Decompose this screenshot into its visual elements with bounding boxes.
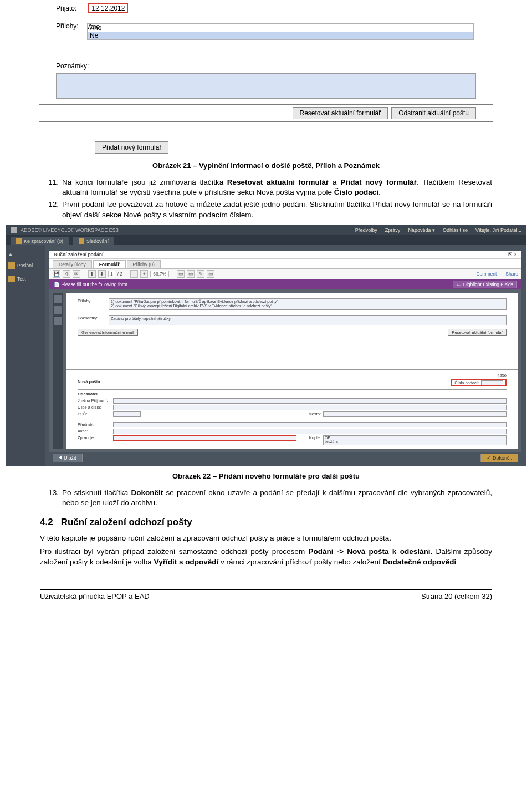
footer-left: Uživatelská příručka EPOP a EAD [40, 592, 150, 600]
jmeno-field[interactable] [113, 398, 507, 404]
highlight-fields-button[interactable]: ▭ Highlight Existing Fields [453, 281, 517, 288]
zoom-in-icon[interactable]: + [140, 270, 148, 278]
print-icon[interactable]: 🖨 [63, 270, 70, 278]
form-info-icon: 📄 [54, 282, 60, 287]
doctab-detaily[interactable]: Detaily úlohy [53, 260, 92, 268]
list-item-13: 13. Po stisknutí tlačítka Dokončit se pr… [40, 488, 492, 508]
mesto-field[interactable] [323, 411, 507, 417]
prilohy-option-ne[interactable]: Ne [88, 32, 473, 39]
prijato-value-highlighted: 12.12.2012 [88, 3, 128, 13]
delete-post-button[interactable]: Odstranit aktuální poštu [391, 107, 476, 119]
zoom-value[interactable]: 66,7% [150, 271, 169, 277]
cube-icon [16, 238, 22, 244]
nav-user: Vítejte, Jiří Podatel... [475, 227, 521, 233]
dokoncit-button[interactable]: ✓Dokončit [480, 454, 518, 462]
tool-icon[interactable]: ▭ [207, 270, 214, 278]
prijato-label: Přijato: [56, 4, 86, 12]
odesilatel-heading: Odesilatel [78, 391, 507, 396]
save-icon[interactable]: 💾 [53, 270, 60, 278]
psc-field[interactable] [113, 411, 141, 417]
nova-posta-title: Nová pošta [78, 379, 100, 386]
cube-icon [79, 238, 84, 244]
adobe-logo-icon [11, 227, 17, 233]
tab-sledovani[interactable]: Sledování [73, 237, 114, 245]
cislo-podaci-highlighted: Číslo podací: [451, 379, 507, 386]
predmet-field[interactable] [113, 422, 507, 427]
reset-form-button[interactable]: Resetovat aktuální formulář [293, 107, 388, 119]
poznamky-label: Poznámky: [56, 62, 89, 70]
share-link[interactable]: Share [505, 271, 518, 277]
product-title: ADOBE® LIVECYCLE® WORKSPACE ES3 [21, 227, 352, 233]
doc-footer-number: 4256 [78, 373, 507, 378]
add-form-button[interactable]: Přidat nový formulář [95, 141, 168, 154]
prilohy-value: Ano [88, 23, 100, 30]
page-footer: Uživatelská příručka EPOP a EAD Strana 2… [40, 589, 492, 600]
thumbnails-icon[interactable] [54, 295, 62, 303]
panel-title: Ruční založení podání [54, 252, 103, 257]
section-4-2-heading: 4.2Ruční založení odchozí pošty [40, 517, 492, 528]
prilohy-label: Přílohy: [56, 22, 86, 30]
bookmarks-icon[interactable] [54, 317, 62, 325]
expand-icon[interactable]: ⇱ [508, 252, 513, 257]
nav-predvolby[interactable]: Předvolby [355, 227, 377, 233]
ulice-field[interactable] [113, 405, 507, 410]
ulozit-button[interactable]: Uložit [53, 454, 83, 462]
comment-link[interactable]: Comment [476, 271, 497, 277]
list-item-11: 11. Na konci formuláře jsou již zmiňovan… [40, 177, 492, 197]
list-item-12: 12. První podání lze považovat za hotové… [40, 200, 492, 220]
para-2: Pro ilustraci byl vybrán případ založení… [40, 547, 492, 567]
reset-form-button-doc[interactable]: Resetovat aktuální formulář [448, 329, 507, 336]
pdf-page: Přílohy: 1) dokument "Příručka pro připo… [66, 293, 518, 449]
nav-napoveda[interactable]: Nápověda ▾ [408, 227, 435, 233]
infobar-msg: Please fill out the following form. [61, 282, 129, 287]
folder-icon [8, 276, 15, 282]
kopie-field[interactable]: OP brožúra [323, 435, 507, 445]
mail-icon[interactable]: ✉ [73, 270, 80, 278]
figure-22-caption: Obrázek 22 – Přidání nového formuláře pr… [40, 472, 492, 480]
doctab-formular[interactable]: Formulář [93, 260, 126, 268]
pdf-side-panel [53, 293, 63, 449]
page-up-icon[interactable]: ⬆ [88, 270, 96, 278]
sidebar-item-poslani[interactable]: Poslání [8, 262, 43, 269]
nav-zpravy[interactable]: Zprávy [385, 227, 401, 233]
page-total: / 2 [117, 271, 122, 277]
footer-right: Strana 20 (celkem 32) [421, 592, 492, 600]
gen-email-button[interactable]: Generovat informační e-mail [78, 329, 138, 336]
attachments-icon[interactable] [54, 306, 62, 314]
cislo-podaci-field[interactable] [481, 380, 503, 385]
doc-prilohy-field[interactable]: 1) dokument "Příručka pro připomínkování… [109, 298, 507, 310]
folder-icon [8, 262, 15, 269]
sign-icon[interactable]: ✎ [197, 270, 204, 278]
close-icon[interactable]: X [514, 252, 517, 257]
page-down-icon[interactable]: ⬇ [98, 270, 106, 278]
doc-prilohy-label: Přílohy: [78, 298, 106, 310]
page-current[interactable]: 1 [108, 271, 115, 277]
figure-21-caption: Obrázek 21 – Vyplnění informací o došlé … [40, 161, 492, 170]
zpracuje-field[interactable] [113, 435, 296, 441]
sidebar-item-test[interactable]: Test [8, 276, 43, 282]
poznamky-textarea[interactable] [56, 73, 476, 99]
livecycle-screenshot: ADOBE® LIVECYCLE® WORKSPACE ES3 Předvolb… [6, 225, 526, 466]
para-1: V této kapitole je popsáno ruční založen… [40, 533, 492, 543]
sidebar: ▲ Poslání Test [6, 245, 45, 466]
nav-odhlasit[interactable]: Odhlásit se [443, 227, 468, 233]
akce-field[interactable] [113, 429, 507, 434]
zoom-out-icon[interactable]: − [130, 270, 138, 278]
doc-poznamky-field[interactable]: Zadáno pro účely napsání příručky. [109, 315, 507, 325]
tab-ke-zpracovani[interactable]: Ke zpracování (0) [11, 237, 69, 245]
form-screenshot-1: Přijato: 12.12.2012 Přílohy: Ano Ano Ne … [39, 0, 493, 156]
pdf-toolbar: 💾 🖨 ✉ ⬆ ⬇ 1 / 2 − + 66,7% ▭ ▭ ✎ ▭ [49, 269, 521, 279]
tool-icon[interactable]: ▭ [177, 270, 185, 278]
tool-icon[interactable]: ▭ [187, 270, 195, 278]
doctab-prilohy[interactable]: Přílohy (0) [127, 260, 161, 268]
doc-poznamky-label: Poznámky: [78, 315, 106, 325]
